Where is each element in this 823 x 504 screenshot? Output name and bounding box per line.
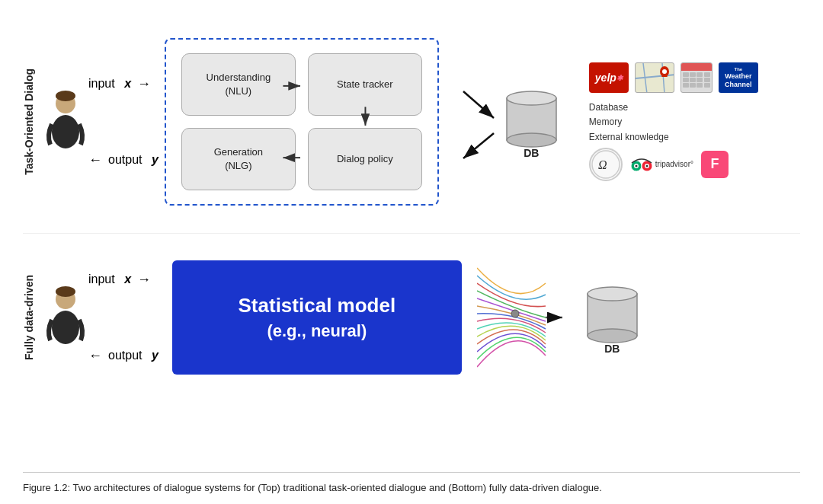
caption-text: Figure 1.2: Two architectures of dialogu… bbox=[23, 482, 602, 493]
io-labels-top: input x → ← output y bbox=[88, 46, 159, 198]
map-icon bbox=[635, 62, 674, 93]
top-section: Task-Oriented Dialog input x → ← output … bbox=[23, 15, 800, 228]
input-label-bottom: input x → bbox=[88, 272, 159, 288]
bottom-left-label: Fully data-driven bbox=[23, 275, 35, 360]
person-icon-bottom bbox=[43, 285, 88, 350]
nlu-module: Understanding(NLU) bbox=[181, 53, 296, 116]
output-label-top: ← output y bbox=[88, 152, 159, 168]
db-area-top: DB bbox=[503, 85, 560, 159]
main-container: Task-Oriented Dialog input x → ← output … bbox=[0, 0, 823, 504]
bottom-section: Fully data-driven input x → ← output y S… bbox=[23, 241, 800, 394]
section-divider bbox=[23, 233, 800, 234]
model-text: Statistical model bbox=[239, 292, 396, 319]
model-sub: (e.g., neural) bbox=[267, 320, 367, 343]
input-label-top: input x → bbox=[88, 76, 159, 92]
yelp-logo: yelp ✱ bbox=[589, 62, 629, 93]
svg-point-36 bbox=[588, 287, 637, 301]
box-to-db-arrows bbox=[462, 38, 500, 206]
knowledge-text: Database Memory External knowledge bbox=[589, 100, 669, 145]
svg-line-10 bbox=[463, 91, 494, 118]
person-icon-top bbox=[43, 90, 88, 155]
svg-point-14 bbox=[507, 133, 556, 147]
dialog-policy-module: Dialog policy bbox=[308, 128, 422, 190]
tripadvisor-icon: tripadvisor° bbox=[630, 155, 693, 174]
svg-point-2 bbox=[52, 115, 79, 148]
db-label-bottom: DB bbox=[604, 343, 620, 355]
neural-wire-area: .wire { stroke-width: 1.5; fill: none; o… bbox=[477, 260, 568, 375]
nlg-module: Generation(NLG) bbox=[181, 128, 296, 190]
foursquare-icon: F bbox=[701, 151, 729, 178]
db-label-top: DB bbox=[524, 147, 539, 159]
svg-point-32 bbox=[511, 310, 519, 317]
calendar-icon bbox=[680, 62, 713, 93]
db-cylinder-bottom bbox=[584, 280, 641, 349]
svg-point-27 bbox=[635, 164, 637, 167]
knowledge-icons-row-2: Ω tripadvisor° bbox=[589, 148, 729, 181]
svg-point-1 bbox=[56, 91, 75, 101]
output-label-bottom: ← output y bbox=[88, 348, 159, 364]
svg-point-31 bbox=[52, 311, 79, 344]
neural-wires-svg: .wire { stroke-width: 1.5; fill: none; o… bbox=[477, 260, 568, 375]
db-area-bottom: DB bbox=[584, 280, 641, 355]
knowledge-area: yelp ✱ bbox=[589, 62, 758, 181]
svg-point-30 bbox=[56, 286, 75, 297]
weather-channel-logo: The Weather Channel bbox=[719, 62, 758, 93]
dashed-box: Understanding(NLU) State tracker Generat… bbox=[165, 38, 439, 206]
io-labels-bottom: input x → ← output y bbox=[88, 241, 159, 394]
state-tracker-module: State tracker bbox=[308, 53, 422, 116]
svg-line-11 bbox=[463, 133, 494, 158]
knowledge-icons-row-1: yelp ✱ bbox=[589, 62, 758, 93]
caption: Figure 1.2: Two architectures of dialogu… bbox=[23, 472, 800, 496]
statistical-model-box: Statistical model (e.g., neural) bbox=[172, 260, 462, 375]
svg-point-17 bbox=[662, 69, 667, 74]
svg-point-13 bbox=[507, 91, 556, 105]
db-cylinder-top bbox=[503, 85, 560, 153]
svg-text:Ω: Ω bbox=[598, 158, 607, 171]
wikipedia-icon: Ω bbox=[589, 148, 623, 181]
svg-point-28 bbox=[645, 164, 648, 167]
top-left-label: Task-Oriented Dialog bbox=[23, 69, 35, 175]
svg-point-37 bbox=[588, 329, 637, 343]
